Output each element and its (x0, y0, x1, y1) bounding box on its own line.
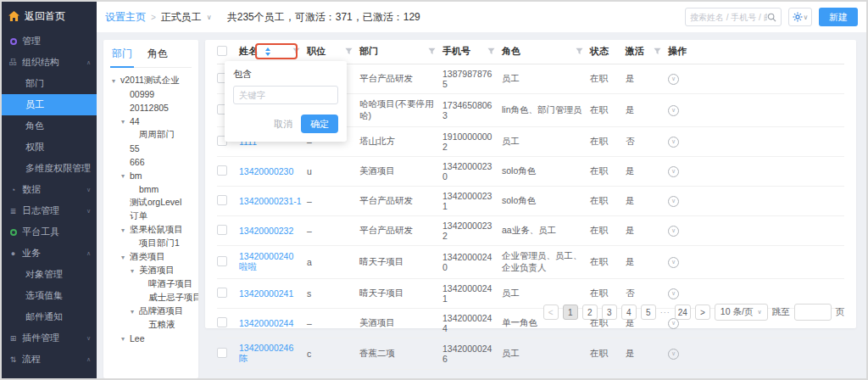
filter-keyword-input[interactable] (233, 86, 338, 104)
tree-node[interactable]: 啤酒子项目 (110, 277, 198, 291)
sidebar-home-button[interactable]: 返回首页 (2, 2, 97, 31)
tree-node[interactable]: 威士忌子项目 (110, 291, 198, 305)
page-button-4[interactable]: 4 (621, 305, 637, 320)
cell-name[interactable]: 13420000232 (239, 215, 307, 245)
tree-expand-arrow-icon[interactable]: ▾ (121, 254, 130, 261)
sidebar-item-duoweidu[interactable]: 多维度权限管理 (2, 158, 97, 179)
page-button-3[interactable]: 3 (602, 305, 617, 320)
breadcrumb-home-link[interactable]: 设置主页 (105, 10, 146, 25)
page-size-select[interactable]: 10 条/页∨ (715, 304, 768, 321)
tree-node[interactable]: 666 (110, 155, 198, 169)
tree-node[interactable]: ▾v2011测试企业 (110, 74, 198, 87)
sidebar-item-rizhiguanli[interactable]: ≣日志管理∨ (2, 200, 97, 221)
filter-funnel-icon[interactable] (654, 48, 661, 55)
tab-role[interactable]: 角色 (146, 47, 170, 67)
row-actions-icon[interactable]: ∨ (668, 137, 679, 148)
filter-funnel-icon[interactable] (576, 48, 583, 55)
row-actions-icon[interactable]: ∨ (668, 196, 679, 207)
tree-node[interactable]: ▾品牌酒项目 (110, 305, 198, 318)
tree-node[interactable]: ▾bm (110, 169, 198, 182)
row-checkbox[interactable] (217, 165, 227, 176)
cell-name[interactable]: 13420000230 (239, 156, 307, 186)
page-button-2[interactable]: 2 (582, 305, 598, 320)
sidebar-item-duixiangguanli[interactable]: 对象管理 (2, 264, 97, 285)
tree-expand-arrow-icon[interactable]: ▾ (121, 172, 130, 180)
row-checkbox[interactable] (217, 256, 227, 266)
pagination-ellipsis[interactable]: ··· (660, 308, 670, 316)
tree-node[interactable]: 周周部门 (110, 128, 198, 142)
row-actions-icon[interactable]: ∨ (668, 105, 679, 116)
filter-funnel-icon[interactable] (428, 48, 436, 55)
sidebar-item-bumen[interactable]: 部门 (2, 73, 97, 94)
create-new-button[interactable]: 新建 (819, 8, 858, 26)
sidebar-item-zuzhijiegou[interactable]: 品组织结构∧ (2, 52, 97, 73)
prev-page-button[interactable]: < (543, 305, 559, 320)
row-actions-icon[interactable]: ∨ (668, 166, 679, 177)
cell-name[interactable]: 13420000246陈 (239, 338, 307, 369)
cell-name[interactable]: 13420000241 (239, 278, 307, 308)
breadcrumb-current[interactable]: 正式员工 (161, 10, 202, 25)
tree-node[interactable]: 测试orgLevel (110, 196, 198, 210)
row-checkbox[interactable] (217, 317, 227, 327)
cell-dept: 美酒项目 (359, 156, 442, 186)
tree-node[interactable]: 20112805 (110, 101, 198, 115)
filter-cancel-button[interactable]: 取消 (274, 118, 292, 131)
sidebar-item-youjiantongzhi[interactable]: 邮件通知 (2, 306, 97, 327)
sort-carets-icon[interactable] (265, 48, 270, 56)
tab-department[interactable]: 部门 (110, 47, 134, 68)
sidebar-item-liucheng[interactable]: ⇅流程∧ (2, 349, 97, 370)
tree-node[interactable]: bmm (110, 182, 198, 196)
sidebar-item-chajianguanli[interactable]: ⊞插件管理∨ (2, 327, 97, 349)
chevron-down-icon[interactable]: ∨ (207, 14, 212, 21)
filter-funnel-icon[interactable] (292, 48, 300, 55)
sidebar-item-yuangong[interactable]: 员工 (2, 94, 97, 115)
tree-node[interactable]: 订单 (110, 210, 198, 223)
page-button-24[interactable]: 24 (675, 305, 691, 320)
tree-expand-arrow-icon[interactable]: ▾ (131, 308, 139, 316)
sidebar-item-quanxian[interactable]: 权限 (2, 137, 97, 158)
tree-expand-arrow-icon[interactable]: ▾ (121, 335, 130, 343)
filter-confirm-button[interactable]: 确定 (301, 115, 338, 133)
tree-node[interactable]: 55 (110, 142, 198, 155)
tree-node[interactable]: ▾酒类项目 (110, 250, 198, 264)
tree-node[interactable]: ▾坚果松鼠项目 (110, 223, 198, 237)
search-input[interactable] (690, 13, 767, 22)
row-checkbox[interactable] (217, 348, 227, 358)
tree-node[interactable]: 项目部门1 (110, 237, 198, 250)
tree-expand-arrow-icon[interactable]: ▾ (121, 118, 130, 126)
page-button-5[interactable]: 5 (641, 305, 656, 320)
sidebar-item-guanli[interactable]: 管理 (2, 31, 97, 52)
tree-node[interactable]: ▾美酒项目 (110, 264, 198, 277)
tree-node[interactable]: 五粮液 (110, 318, 198, 332)
jump-to-page-input[interactable] (794, 304, 832, 321)
tree-expand-arrow-icon[interactable]: ▾ (121, 226, 130, 234)
sidebar-home-label: 返回首页 (25, 9, 65, 24)
sidebar-item-juese[interactable]: 角色 (2, 115, 97, 137)
tree-node[interactable]: 00999 (110, 87, 198, 101)
row-actions-icon[interactable]: ∨ (668, 226, 679, 237)
next-page-button[interactable]: > (695, 305, 710, 320)
tree-node[interactable]: ▾44 (110, 115, 198, 128)
row-actions-icon[interactable]: ∨ (668, 349, 679, 360)
tree-node[interactable]: ▾Lee (110, 332, 198, 345)
cell-name[interactable]: 13420000231-1 (239, 186, 307, 215)
cell-name[interactable]: 13420000240啦啦 (239, 245, 307, 278)
row-checkbox[interactable] (217, 225, 227, 235)
sidebar-item-shuju[interactable]: ◔数据∨ (2, 179, 97, 200)
page-button-1[interactable]: 1 (563, 305, 578, 320)
settings-dropdown-button[interactable]: ∨ (788, 8, 812, 26)
select-all-checkbox[interactable] (217, 46, 227, 56)
sidebar-item-pingtaigongju[interactable]: 平台工具 (2, 221, 97, 243)
sidebar-item-xuanxiangzhiji[interactable]: 选项值集 (2, 285, 97, 306)
row-actions-icon[interactable]: ∨ (668, 257, 679, 268)
row-checkbox[interactable] (217, 195, 227, 205)
cell-name[interactable]: 13420000244 (239, 308, 307, 338)
sidebar-item-yewu[interactable]: ●业务∧ (2, 243, 97, 264)
filter-funnel-icon[interactable] (345, 48, 353, 55)
row-checkbox[interactable] (217, 288, 227, 298)
filter-funnel-icon[interactable] (487, 48, 495, 55)
tree-expand-arrow-icon[interactable]: ▾ (112, 77, 120, 85)
row-actions-icon[interactable]: ∨ (668, 74, 679, 85)
row-actions-icon[interactable]: ∨ (668, 288, 679, 299)
tree-expand-arrow-icon[interactable]: ▾ (131, 267, 139, 275)
